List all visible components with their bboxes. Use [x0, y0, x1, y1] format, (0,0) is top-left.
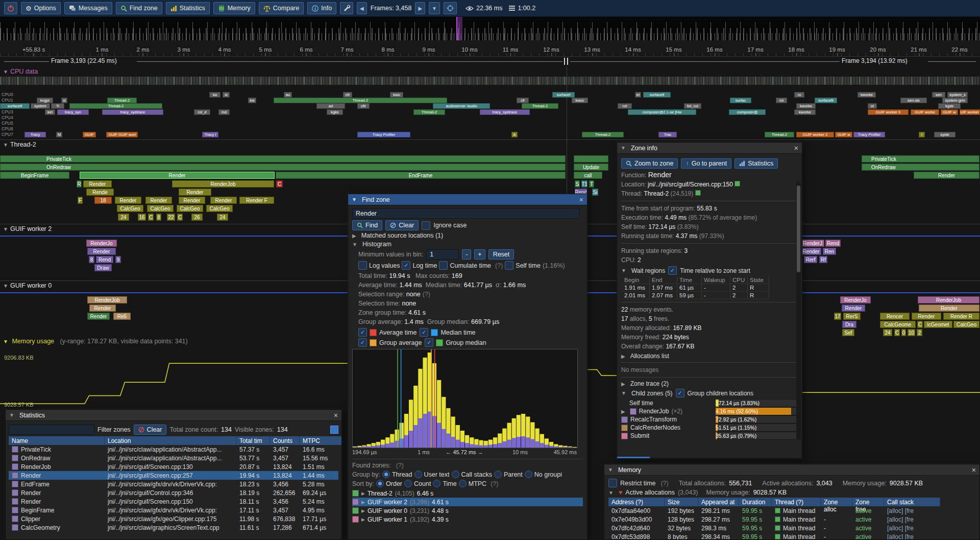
- timeline-zone[interactable]: C: [177, 214, 183, 221]
- timeline-zone[interactable]: sen-sis: [900, 98, 927, 103]
- timeline-zone[interactable]: GUIF worke: [911, 109, 939, 115]
- timeline-zone[interactable]: 24: [883, 329, 892, 336]
- timeline-zone[interactable]: sen: [932, 92, 945, 98]
- timeline-zone[interactable]: Thread-2: [522, 103, 558, 109]
- timeline-zone[interactable]: Render: [80, 172, 275, 179]
- options-button[interactable]: ⚙ Options: [21, 2, 61, 14]
- timeline-zone[interactable]: ad: [316, 103, 345, 109]
- timeline-zone[interactable]: md: [218, 109, 230, 115]
- column-header-call-stack[interactable]: Call stack: [884, 498, 940, 506]
- zoom-to-zone-button[interactable]: Zoom to zone: [621, 158, 678, 169]
- timeline-zone[interactable]: tracy_systrace: [102, 109, 163, 115]
- alloc-call-stack[interactable]: [alloc] [fre: [884, 515, 940, 524]
- timeline-zone[interactable]: C: [917, 321, 923, 328]
- timeline-zone[interactable]: Trac: [658, 132, 677, 137]
- timeline-zone[interactable]: Tracy Profiler: [357, 132, 410, 137]
- alloc-appeared[interactable]: 298.34 ms: [698, 532, 739, 540]
- allocations-list-section[interactable]: Allocations list: [630, 353, 669, 360]
- memory-titlebar[interactable]: ▼ Memory ×: [604, 464, 979, 476]
- min-values-input[interactable]: [426, 249, 459, 260]
- collapse-icon[interactable]: ▼: [621, 268, 626, 273]
- column-header-location[interactable]: Location: [105, 436, 236, 445]
- legend-checkbox[interactable]: ✓: [425, 338, 433, 347]
- timeline-zone[interactable]: CalcGeo: [206, 205, 233, 212]
- close-icon[interactable]: ×: [579, 196, 583, 203]
- timeline-zone[interactable]: 26: [191, 214, 203, 221]
- group-by-option[interactable]: Parent: [494, 471, 523, 478]
- timeline-zone[interactable]: T1: [581, 180, 587, 187]
- ignore-case-checkbox[interactable]: [422, 221, 430, 230]
- collapse-icon[interactable]: ▼: [621, 390, 626, 396]
- table-row[interactable]: Render jni/../jni/src/guif/Control.cpp:3…: [9, 488, 338, 497]
- timeline-zone[interactable]: kworke: [796, 103, 816, 109]
- timeline-zone[interactable]: S: [575, 180, 580, 187]
- self-time-checkbox[interactable]: [505, 261, 513, 270]
- timeline-zone[interactable]: RenderJob: [87, 296, 127, 303]
- timeline-zone[interactable]: system-grm: [942, 98, 968, 103]
- legend-checkbox[interactable]: ✓: [420, 328, 428, 337]
- alloc-call-stack[interactable]: [alloc] [fre: [884, 524, 940, 532]
- timeline-zone[interactable]: C: [276, 180, 283, 187]
- found-zone-group[interactable]: ▶ GUIF worker 2 (3,296) 4.61 s: [352, 498, 583, 506]
- timeline-zone[interactable]: BeginFrame: [0, 172, 69, 179]
- find-zone-titlebar[interactable]: ▼ Find zone ×: [348, 194, 587, 205]
- timeline-zone[interactable]: Tracy: [24, 132, 46, 137]
- timeline-zone[interactable]: audioserver /audio: [433, 103, 490, 109]
- timeline-zone[interactable]: Thread-2: [69, 103, 162, 109]
- allocation-row[interactable]: 0x7e049b3d00 128 bytes 298.27 ms 59.95 s…: [608, 515, 975, 524]
- timeline-zone[interactable]: Update: [574, 163, 608, 171]
- group-by-option[interactable]: No groupi: [525, 471, 562, 478]
- close-icon[interactable]: ×: [794, 145, 798, 152]
- timeline-zone[interactable]: ro: [794, 92, 804, 98]
- legend-checkbox[interactable]: ✓: [358, 338, 367, 347]
- timeline-zone[interactable]: Rende: [86, 189, 114, 196]
- found-zone-group[interactable]: ▶ GUIF worker 0 (3,231) 4.48 s: [352, 506, 583, 515]
- timeline-zone[interactable]: Render: [115, 197, 141, 204]
- table-row[interactable]: EndFrame jni/../jni/src/claw/gfx/drv/vk/…: [9, 480, 338, 488]
- timeline-zone[interactable]: 2: [917, 329, 922, 336]
- timeline-zone[interactable]: Render: [83, 180, 112, 187]
- timeline-zone[interactable]: EndFrame: [276, 172, 566, 179]
- timeline-zone[interactable]: 22: [167, 214, 175, 221]
- timeline-zone[interactable]: system_s: [947, 92, 968, 98]
- timeline-zone[interactable]: kwo: [390, 92, 403, 98]
- timeline-zone[interactable]: Rencer: [880, 313, 910, 320]
- timeline-zone[interactable]: cfi: [517, 98, 529, 103]
- timeline-zone[interactable]: RenderJ: [801, 240, 824, 247]
- statistics-button[interactable]: Statistics: [166, 2, 210, 14]
- find-button[interactable]: Find: [352, 220, 382, 230]
- timeline-zone[interactable]: rot: [618, 103, 632, 109]
- table-row[interactable]: Render jni/../jni/src/guif/Screen.cpp:25…: [9, 471, 338, 480]
- timeline-zone[interactable]: cfr: [343, 92, 352, 98]
- expand-icon[interactable]: ▶: [621, 354, 625, 359]
- child-zone-row[interactable]: Submit 35.63 µs (0.79%): [621, 432, 798, 440]
- histogram-section[interactable]: Histogram: [362, 241, 391, 248]
- expand-icon[interactable]: ▶: [621, 381, 625, 387]
- timeline-zone[interactable]: GUIF worker 0: [868, 109, 909, 115]
- zoom-to-frame-button[interactable]: [444, 2, 457, 14]
- timeline-zone[interactable]: PrivateTick: [862, 155, 979, 162]
- expand-icon[interactable]: ▶: [361, 500, 365, 505]
- timeline-zone[interactable]: OnRedraw: [862, 163, 979, 171]
- child-zones-section[interactable]: Child zones (5): [631, 390, 673, 397]
- timeline-zone[interactable]: T: [589, 180, 594, 187]
- timeline-zone[interactable]: kgsb: [938, 103, 961, 109]
- timeline-zone[interactable]: I: [919, 132, 925, 137]
- timeline-zone[interactable]: Rf: [819, 256, 827, 263]
- timeline-zone[interactable]: syslem: [31, 103, 50, 109]
- timeline-zone[interactable]: si: [61, 98, 67, 103]
- timeline-zone[interactable]: Render F: [239, 197, 274, 204]
- timeline-zone[interactable]: GUIF GUIF worl: [106, 132, 138, 137]
- timeline-zone[interactable]: 24: [118, 214, 129, 221]
- timeline-zone[interactable]: RerS: [843, 313, 861, 320]
- timeline-zone[interactable]: GUIF worker 2: [796, 132, 834, 137]
- timeline-zone[interactable]: Rerf: [804, 256, 817, 263]
- group-by-option[interactable]: Call stacks: [452, 471, 492, 478]
- table-row[interactable]: Render jni/../jni/src/guif/Screen.cpp:15…: [9, 497, 338, 506]
- timeline-zone[interactable]: Render: [179, 197, 205, 204]
- column-header-thread[interactable]: Thread (?): [772, 498, 821, 506]
- expand-icon[interactable]: ▶: [361, 517, 365, 522]
- timeline-zone[interactable]: RenderJo: [86, 240, 117, 247]
- zone-trace-section[interactable]: Zone trace (2): [630, 380, 669, 387]
- zone-statistics-button[interactable]: Statistics: [734, 158, 778, 169]
